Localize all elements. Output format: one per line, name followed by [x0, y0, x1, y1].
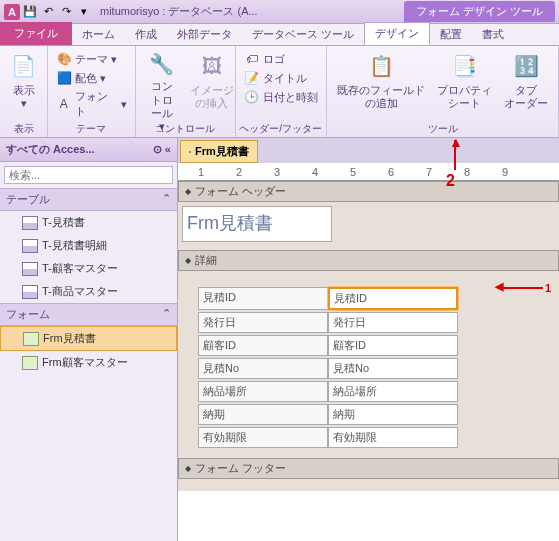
app-icon: A	[4, 4, 20, 20]
group-label-controls: コントロール	[136, 122, 235, 136]
table-icon	[22, 216, 38, 230]
group-label-themes: テーマ	[48, 122, 135, 136]
table-icon	[22, 262, 38, 276]
tab-external[interactable]: 外部データ	[167, 24, 242, 45]
nav-search	[0, 162, 177, 188]
logo-icon: 🏷	[244, 51, 260, 67]
colors-button[interactable]: 🟦配色 ▾	[52, 69, 131, 87]
qat-more-icon[interactable]: ▾	[76, 4, 92, 20]
fonts-icon: A	[56, 96, 72, 112]
field-control[interactable]: 納期	[328, 404, 458, 425]
datetime-button[interactable]: 🕒日付と時刻	[240, 88, 322, 106]
field-row[interactable]: 有効期限有効期限	[198, 427, 551, 448]
field-row[interactable]: 納期納期	[198, 404, 551, 425]
nav-item-table[interactable]: T-見積書明細	[0, 234, 177, 257]
form-header-area[interactable]: Frm見積書	[178, 202, 559, 250]
controls-icon: 🔧	[146, 50, 178, 78]
field-row[interactable]: 納品場所納品場所	[198, 381, 551, 402]
undo-icon[interactable]: ↶	[40, 4, 56, 20]
tab-create[interactable]: 作成	[125, 24, 167, 45]
form-icon	[22, 356, 38, 370]
annotation-2-arrow: ▲	[449, 134, 463, 150]
nav-item-form[interactable]: Frm見積書	[0, 326, 177, 351]
form-icon	[23, 332, 39, 346]
section-detail[interactable]: 詳細	[178, 250, 559, 271]
save-icon[interactable]: 💾	[22, 4, 38, 20]
field-label[interactable]: 発行日	[198, 312, 328, 333]
collapse-up-icon: ⌃	[162, 192, 171, 207]
chevron-down-icon: ▾	[21, 97, 27, 110]
nav-item-table[interactable]: T-顧客マスター	[0, 257, 177, 280]
quick-access-toolbar: A 💾 ↶ ↷ ▾	[4, 4, 92, 20]
section-form-footer[interactable]: フォーム フッター	[178, 458, 559, 479]
tab-dbtools[interactable]: データベース ツール	[242, 24, 364, 45]
taborder-icon: 🔢	[510, 50, 542, 82]
fonts-button[interactable]: Aフォント ▾	[52, 88, 131, 120]
group-label-view: 表示	[0, 122, 47, 136]
detail-area[interactable]: 見積ID見積ID発行日発行日顧客ID顧客ID見積No見積No納品場所納品場所納期…	[178, 271, 559, 458]
tab-design[interactable]: デザイン	[364, 22, 430, 45]
group-label-header: ヘッダー/フッター	[236, 122, 326, 136]
contextual-tab-label: フォーム デザイン ツール	[404, 1, 555, 22]
field-control[interactable]: 有効期限	[328, 427, 458, 448]
field-label[interactable]: 見積No	[198, 358, 328, 379]
title-icon: 📝	[244, 70, 260, 86]
nav-group-tables[interactable]: テーブル⌃	[0, 188, 177, 211]
field-control[interactable]: 発行日	[328, 312, 458, 333]
nav-item-form[interactable]: Frm顧客マスター	[0, 351, 177, 374]
tab-home[interactable]: ホーム	[72, 24, 125, 45]
field-control[interactable]: 見積ID	[328, 287, 458, 310]
title-button[interactable]: 📝タイトル	[240, 69, 322, 87]
redo-icon[interactable]: ↷	[58, 4, 74, 20]
field-row[interactable]: 見積No見積No	[198, 358, 551, 379]
navigation-pane: すべての Acces... ⊙ « テーブル⌃ T-見積書T-見積書明細T-顧客…	[0, 138, 178, 541]
view-button[interactable]: 📄 表示 ▾	[4, 48, 43, 112]
form-footer-area[interactable]	[178, 479, 559, 491]
field-control[interactable]: 顧客ID	[328, 335, 458, 356]
logo-button[interactable]: 🏷ロゴ	[240, 50, 322, 68]
form-canvas[interactable]: フォーム ヘッダー Frm見積書 詳細 見積ID見積ID発行日発行日顧客ID顧客…	[178, 181, 559, 541]
nav-item-table[interactable]: T-商品マスター	[0, 280, 177, 303]
horizontal-ruler: 123456789	[178, 163, 559, 181]
field-control[interactable]: 納品場所	[328, 381, 458, 402]
table-icon	[22, 285, 38, 299]
field-label[interactable]: 有効期限	[198, 427, 328, 448]
field-label[interactable]: 納期	[198, 404, 328, 425]
collapse-icon[interactable]: ⊙ «	[153, 143, 171, 156]
nav-item-table[interactable]: T-見積書	[0, 211, 177, 234]
annotation-1: ◀ 1	[503, 282, 551, 294]
tab-file[interactable]: ファイル	[0, 22, 72, 45]
themes-button[interactable]: 🎨テーマ ▾	[52, 50, 131, 68]
ribbon: 📄 表示 ▾ 表示 🎨テーマ ▾ 🟦配色 ▾ Aフォント ▾ テーマ 🔧 コント…	[0, 46, 559, 138]
object-tab[interactable]: Frm見積書	[180, 140, 258, 163]
field-control[interactable]: 見積No	[328, 358, 458, 379]
nav-group-forms[interactable]: フォーム⌃	[0, 303, 177, 326]
property-icon: 📑	[449, 50, 481, 82]
field-row[interactable]: 顧客ID顧客ID	[198, 335, 551, 356]
annotation-2: 2	[446, 172, 455, 190]
design-surface: Frm見積書 123456789 フォーム ヘッダー Frm見積書 詳細 見積I…	[178, 138, 559, 541]
collapse-up-icon: ⌃	[162, 307, 171, 322]
field-label[interactable]: 納品場所	[198, 381, 328, 402]
field-label[interactable]: 見積ID	[198, 287, 328, 310]
group-label-tools: ツール	[327, 122, 558, 136]
form-icon	[189, 151, 191, 153]
fields-icon: 📋	[365, 50, 397, 82]
field-label[interactable]: 顧客ID	[198, 335, 328, 356]
content-area: すべての Acces... ⊙ « テーブル⌃ T-見積書T-見積書明細T-顧客…	[0, 138, 559, 541]
theme-icon: 🎨	[56, 51, 72, 67]
colors-icon: 🟦	[56, 70, 72, 86]
nav-header[interactable]: すべての Acces... ⊙ «	[0, 138, 177, 162]
clock-icon: 🕒	[244, 89, 260, 105]
ribbon-tabs: ファイル ホーム 作成 外部データ データベース ツール デザイン 配置 書式	[0, 24, 559, 46]
window-title: mitumorisyo : データベース (A...	[100, 4, 258, 19]
field-row[interactable]: 発行日発行日	[198, 312, 551, 333]
image-icon: 🖼	[196, 50, 228, 82]
form-title-label[interactable]: Frm見積書	[182, 206, 332, 242]
section-form-header[interactable]: フォーム ヘッダー	[178, 181, 559, 202]
title-bar: A 💾 ↶ ↷ ▾ mitumorisyo : データベース (A... フォー…	[0, 0, 559, 24]
search-input[interactable]	[4, 166, 173, 184]
view-icon: 📄	[8, 50, 40, 82]
tab-arrange[interactable]: 配置	[430, 24, 472, 45]
tab-format[interactable]: 書式	[472, 24, 514, 45]
